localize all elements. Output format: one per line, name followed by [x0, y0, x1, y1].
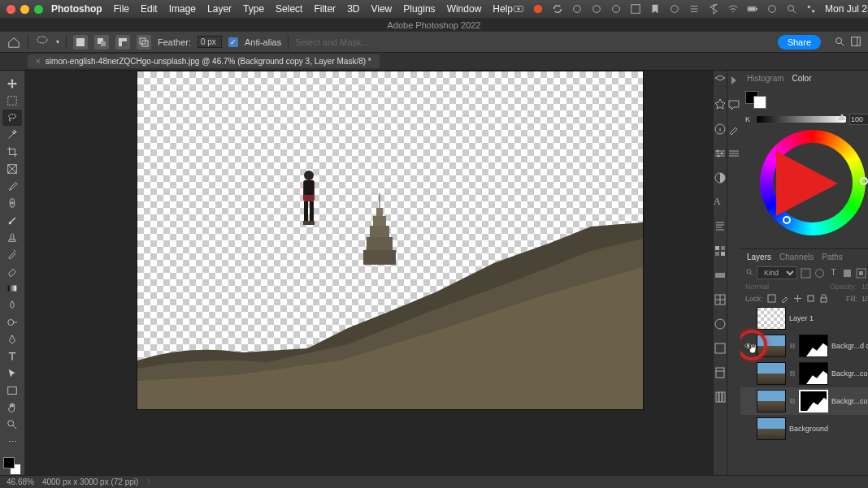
type-tool[interactable] — [2, 348, 22, 365]
selection-subtract-button[interactable] — [115, 35, 130, 50]
menu-file[interactable]: File — [114, 3, 129, 15]
antialias-checkbox[interactable]: ✓ — [228, 37, 238, 47]
document-dimensions[interactable]: 4000 px x 3000 px (72 ppi) — [42, 477, 138, 486]
color-wheel[interactable] — [760, 130, 866, 235]
layer-mask-thumbnail[interactable] — [799, 335, 828, 357]
libraries-panel-icon[interactable] — [714, 98, 727, 111]
clone-stamp-tool[interactable] — [2, 229, 22, 245]
tab-layers[interactable]: Layers — [747, 253, 771, 261]
healing-brush-tool[interactable] — [2, 195, 22, 211]
lock-position-icon[interactable] — [793, 294, 802, 303]
close-tab-icon[interactable]: × — [36, 57, 41, 66]
layer-row[interactable]: ⛓ Backgr...copy 3 — [740, 387, 868, 415]
layer-row[interactable]: Layer 1 — [740, 304, 868, 332]
rectangle-tool[interactable] — [2, 382, 22, 399]
crop-tool[interactable] — [2, 144, 22, 160]
move-tool[interactable] — [2, 76, 22, 92]
battery-icon[interactable] — [747, 3, 758, 15]
menu-plugins[interactable]: Plugins — [403, 3, 435, 15]
color-swatches[interactable] — [3, 457, 21, 475]
filter-adjustment-icon[interactable] — [814, 268, 825, 279]
zoom-tool[interactable] — [2, 417, 22, 433]
lasso-tool-icon[interactable] — [35, 34, 50, 50]
layer-mask-thumbnail[interactable] — [799, 390, 828, 412]
frame-tool[interactable] — [2, 161, 22, 177]
layer-thumbnail[interactable] — [757, 362, 786, 385]
selection-intersect-button[interactable] — [137, 35, 151, 50]
control-center-icon[interactable] — [805, 3, 817, 15]
magic-wand-tool[interactable] — [2, 127, 22, 143]
menubar-datetime[interactable]: Mon Jul 25 10:43 PM — [825, 3, 868, 15]
filter-smart-icon[interactable] — [856, 268, 866, 279]
comments-panel-icon[interactable] — [727, 98, 740, 111]
patterns-panel-icon[interactable] — [714, 293, 727, 306]
menu-view[interactable]: View — [371, 3, 392, 15]
layer-name[interactable]: Background — [789, 425, 828, 433]
layer-thumbnail[interactable] — [757, 335, 786, 357]
selection-add-button[interactable] — [94, 35, 109, 50]
tab-color[interactable]: Color — [792, 74, 812, 83]
eyedropper-tool[interactable] — [2, 178, 22, 194]
layer-filter-kind[interactable]: Kind — [757, 266, 797, 279]
zoom-level[interactable]: 46.68% — [7, 477, 34, 486]
brush-settings-icon[interactable] — [727, 123, 740, 136]
search-icon[interactable] — [834, 36, 845, 49]
workspace-icon[interactable] — [850, 36, 861, 49]
edit-toolbar-button[interactable]: ⋯ — [2, 434, 22, 450]
layer-thumbnail[interactable] — [757, 307, 786, 330]
menu-filter[interactable]: Filter — [314, 3, 336, 15]
frame-icon[interactable] — [630, 3, 641, 15]
minimize-window-button[interactable] — [20, 5, 29, 14]
search-icon[interactable] — [786, 3, 797, 15]
layer-row[interactable]: ⛓ Backgr...copy 2 — [740, 360, 868, 387]
select-and-mask-button[interactable]: Select and Mask... — [295, 37, 369, 47]
pen-tool[interactable] — [2, 331, 22, 348]
gradient-tool[interactable] — [2, 280, 22, 296]
cc-cloud-icon[interactable] — [532, 3, 544, 15]
selection-new-button[interactable] — [73, 35, 88, 50]
home-button[interactable] — [7, 35, 21, 50]
layer-name[interactable]: Backgr...copy 3 — [831, 397, 868, 405]
filter-shape-icon[interactable] — [842, 268, 853, 279]
lock-transparency-icon[interactable] — [767, 294, 776, 303]
background-color-swatch[interactable] — [753, 96, 766, 109]
marquee-tool[interactable] — [2, 93, 22, 109]
layer-name[interactable]: Layer 1 — [789, 314, 814, 322]
brushes-panel-icon[interactable] — [714, 366, 727, 379]
lock-all-icon[interactable] — [819, 294, 828, 303]
status-icon-2[interactable] — [591, 3, 602, 15]
mask-link-icon[interactable]: ⛓ — [789, 370, 796, 378]
menu-type[interactable]: Type — [243, 3, 264, 15]
opacity-value[interactable]: 100% — [861, 283, 868, 291]
bookmark-icon[interactable] — [649, 3, 661, 15]
menu-edit[interactable]: Edit — [141, 3, 158, 15]
blur-tool[interactable] — [2, 297, 22, 313]
brush-tool[interactable] — [2, 212, 22, 228]
wifi-icon[interactable] — [727, 3, 739, 15]
blend-mode-select[interactable]: Normal — [745, 283, 825, 291]
chevron-down-icon[interactable]: ▾ — [56, 38, 59, 45]
mask-link-icon[interactable]: ⛓ — [789, 343, 796, 350]
styles-panel-icon[interactable] — [714, 342, 727, 355]
status-icon-5[interactable] — [766, 3, 778, 15]
k-value-input[interactable] — [849, 114, 868, 125]
properties-panel-icon[interactable] — [714, 147, 727, 160]
path-selection-tool[interactable] — [2, 365, 22, 382]
lock-artboard-icon[interactable] — [806, 294, 815, 303]
canvas-area[interactable] — [24, 71, 714, 475]
app-name[interactable]: Photoshop — [51, 3, 102, 15]
menu-help[interactable]: Help — [493, 3, 513, 15]
adjustments-panel-icon[interactable] — [714, 171, 727, 184]
status-icon-4[interactable] — [669, 3, 680, 15]
swatches-panel-icon[interactable] — [714, 244, 727, 257]
paragraph-panel-icon[interactable] — [714, 220, 727, 233]
modifier-keys-icon[interactable] — [727, 147, 740, 160]
controls-icon[interactable] — [688, 3, 700, 15]
menu-window[interactable]: Window — [447, 3, 482, 15]
eraser-tool[interactable] — [2, 263, 22, 279]
fill-value[interactable]: 100% — [861, 295, 868, 303]
layer-mask-thumbnail[interactable] — [799, 362, 828, 385]
close-window-button[interactable] — [7, 5, 15, 14]
layer-name[interactable]: Backgr...d copy — [831, 342, 868, 350]
filter-type-icon[interactable]: T — [828, 268, 839, 279]
